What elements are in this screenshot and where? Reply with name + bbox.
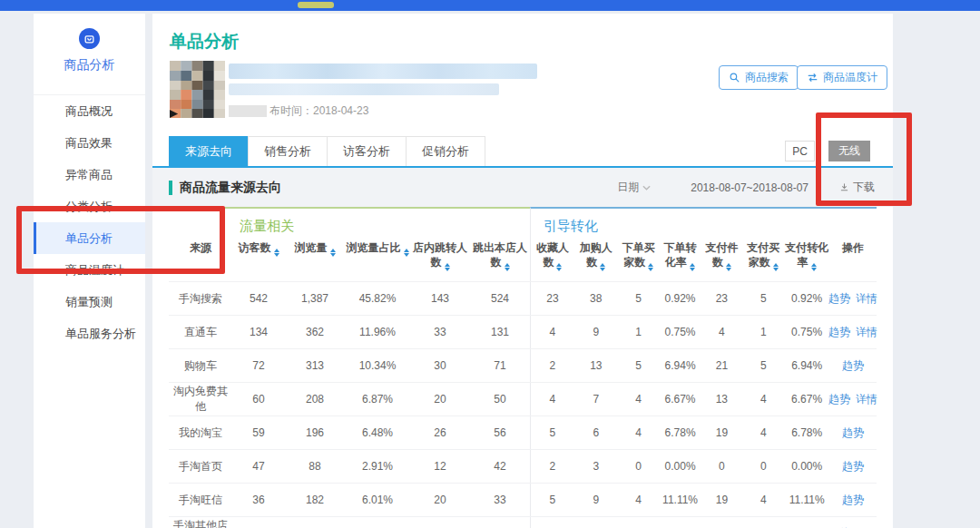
- sidebar-item-7[interactable]: 单品服务分析: [34, 318, 145, 349]
- toggle-wireless-button[interactable]: 无线: [828, 141, 870, 161]
- topbar: [0, 0, 980, 11]
- value-cell: 542: [232, 282, 285, 315]
- sidebar-item-2[interactable]: 异常商品: [34, 159, 145, 191]
- value-cell: 38: [574, 282, 618, 315]
- sort-icon[interactable]: [600, 263, 605, 271]
- source-cell[interactable]: 手淘搜索: [169, 282, 232, 315]
- sidebar-item-6[interactable]: 销量预测: [34, 286, 145, 318]
- detail-link[interactable]: 详情: [856, 392, 877, 407]
- source-cell[interactable]: 购物车: [169, 349, 232, 382]
- sidebar-item-0[interactable]: 商品概况: [34, 95, 145, 127]
- row-left: 直通车13436211.96%33131: [169, 316, 530, 348]
- sidebar-item-4[interactable]: 单品分析: [34, 222, 145, 254]
- sort-icon[interactable]: [648, 263, 653, 271]
- source-cell[interactable]: 我的淘宝: [169, 416, 232, 449]
- value-cell: 0.00%: [784, 450, 829, 483]
- column-header-5[interactable]: 收藏人数: [531, 238, 574, 281]
- value-cell: 0: [701, 450, 743, 483]
- value-cell: 88: [285, 450, 345, 483]
- sort-icon[interactable]: [404, 249, 409, 257]
- sort-icon[interactable]: [445, 263, 450, 271]
- sidebar-item-5[interactable]: 商品温度计: [34, 254, 145, 286]
- trend-link[interactable]: 趋势: [842, 459, 864, 474]
- value-cell: 131: [470, 316, 530, 348]
- sort-icon[interactable]: [811, 263, 817, 271]
- value-cell: 59: [232, 416, 285, 449]
- trend-link[interactable]: 趋势: [842, 425, 864, 441]
- column-header-10[interactable]: 支付买家数: [742, 238, 784, 281]
- sidebar-item-1[interactable]: 商品效果: [34, 127, 145, 159]
- column-header-3[interactable]: 店内跳转人数: [410, 238, 470, 281]
- source-cell[interactable]: 手淘其他店铺商品: [169, 517, 232, 528]
- table-header: 流量相关来源访客数浏览量浏览量占比店内跳转人数跳出本店人数引导转化收藏人数加购人…: [169, 207, 877, 281]
- trend-link[interactable]: 趋势: [828, 325, 850, 340]
- product-thermometer-button[interactable]: 商品温度计: [797, 65, 887, 90]
- search-icon: [729, 72, 740, 83]
- value-cell: 1: [618, 316, 660, 348]
- value-cell: 8: [410, 517, 470, 528]
- sort-icon[interactable]: [726, 263, 731, 271]
- product-title-blurred: [229, 64, 537, 79]
- column-header-1[interactable]: 浏览量: [285, 238, 345, 281]
- column-header-7[interactable]: 下单买家数: [618, 238, 660, 281]
- date-dropdown[interactable]: 日期: [617, 180, 651, 195]
- value-cell: 26: [410, 416, 470, 449]
- toggle-pc-button[interactable]: PC: [785, 141, 815, 161]
- sidebar-item-3[interactable]: 分类分析: [34, 191, 145, 222]
- value-cell: 19: [701, 416, 743, 449]
- main-panel: 单品分析 商品搜索 商品温度计 布时间：2018-04-23: [152, 14, 893, 528]
- group-label-conversion: 引导转化: [531, 209, 877, 238]
- source-cell[interactable]: 手淘首页: [169, 450, 232, 483]
- value-cell: 45.82%: [345, 282, 410, 315]
- chevron-down-icon: [642, 185, 651, 191]
- product-search-button[interactable]: 商品搜索: [719, 65, 799, 90]
- column-header-6[interactable]: 加购人数: [574, 238, 618, 281]
- column-header-2[interactable]: 浏览量占比: [345, 238, 410, 281]
- value-cell: 4: [531, 316, 574, 348]
- value-cell: 24: [232, 517, 285, 528]
- source-cell[interactable]: 淘内免费其他: [169, 383, 232, 416]
- source-cell[interactable]: 手淘旺信: [169, 484, 232, 516]
- column-header-0[interactable]: 访客数: [232, 238, 285, 281]
- sort-icon[interactable]: [505, 263, 510, 271]
- row-right: 5646.78%1946.78%趋势: [530, 416, 877, 449]
- publish-time-blur-chip: [229, 105, 267, 117]
- date-range-value[interactable]: 2018-08-07~2018-08-07: [691, 181, 808, 194]
- sort-icon[interactable]: [773, 263, 779, 271]
- tab-1[interactable]: 销售分析: [248, 136, 328, 166]
- value-cell: 2.91%: [345, 517, 410, 528]
- column-header-4[interactable]: 跳出本店人数: [470, 238, 530, 281]
- download-button[interactable]: 下载: [839, 180, 875, 195]
- sort-icon[interactable]: [330, 249, 336, 257]
- column-header-8[interactable]: 下单转化率: [660, 238, 701, 281]
- value-cell: 4: [701, 316, 742, 348]
- detail-link[interactable]: 详情: [856, 325, 877, 340]
- column-header-9[interactable]: 支付件数: [701, 238, 743, 281]
- value-cell: 2: [531, 517, 574, 528]
- tab-3[interactable]: 促销分析: [406, 136, 485, 166]
- sort-icon[interactable]: [690, 263, 695, 271]
- action-cell: 趋势详情: [829, 383, 877, 416]
- value-cell: 313: [285, 349, 345, 382]
- value-cell: 11.11%: [784, 484, 829, 516]
- publish-time: 布时间：2018-04-23: [229, 103, 368, 119]
- value-cell: 208: [285, 383, 345, 416]
- tab-0[interactable]: 来源去向: [169, 136, 249, 166]
- sort-icon[interactable]: [556, 263, 562, 271]
- tab-2[interactable]: 访客分析: [327, 136, 407, 166]
- topbar-tab-indicator: [298, 2, 334, 8]
- value-cell: 0: [618, 450, 660, 483]
- trend-link[interactable]: 趋势: [842, 358, 864, 374]
- value-cell: 23: [701, 282, 742, 315]
- trend-link[interactable]: 趋势: [828, 392, 850, 407]
- download-label: 下载: [853, 180, 875, 195]
- action-cell: 趋势详情: [829, 316, 877, 348]
- source-cell[interactable]: 直通车: [169, 316, 232, 348]
- value-cell: 0: [742, 450, 784, 483]
- detail-link[interactable]: 详情: [856, 291, 877, 307]
- row-left: 手淘搜索5421,38745.82%143524: [169, 282, 530, 315]
- trend-link[interactable]: 趋势: [828, 291, 850, 307]
- trend-link[interactable]: 趋势: [842, 493, 864, 508]
- sort-icon[interactable]: [274, 249, 279, 257]
- column-header-11[interactable]: 支付转化率: [784, 238, 829, 281]
